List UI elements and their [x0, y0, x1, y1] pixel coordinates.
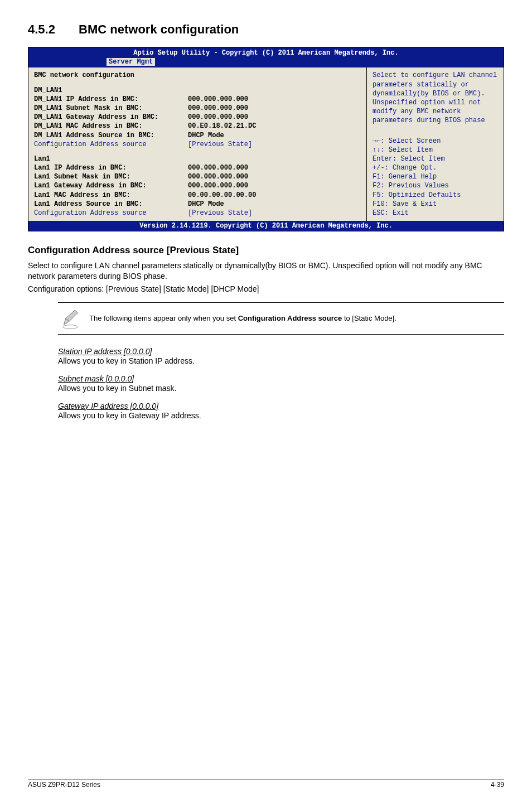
lan1-row-2-value: 000.000.000.000: [188, 181, 248, 190]
lan1-row-4-label: Lan1 Address Source in BMC:: [34, 200, 188, 209]
lan1-row-0-value: 000.000.000.000: [188, 163, 248, 172]
dm-lan1-row-4-value: DHCP Mode: [188, 131, 224, 140]
bios-tab-row: Server Mgmt: [28, 57, 504, 67]
section-heading: 4.5.2 BMC network configuration: [28, 22, 504, 37]
dm-lan1-row-0: DM_LAN1 IP Address in BMC:000.000.000.00…: [34, 95, 361, 104]
bios-body: BMC network configuration DM_LAN1 DM_LAN…: [28, 67, 504, 221]
dm-lan1-row-3: DM_LAN1 MAC Address in BMC:00.E0.18.02.2…: [34, 122, 361, 131]
dm-config-row[interactable]: Configuration Address source [Previous S…: [34, 140, 361, 149]
sub-item-body-1: Allows you to key in Subnet mask.: [58, 383, 504, 394]
dm-lan1-row-1-label: DM_LAN1 Subnet Mask in BMC:: [34, 104, 188, 113]
bios-header: Aptio Setup Utility - Copyright (C) 2011…: [28, 47, 504, 57]
dm-config-value: [Previous State]: [188, 140, 252, 149]
svg-marker-1: [64, 310, 78, 325]
bios-right-pane: Select to configure LAN channel paramete…: [367, 67, 504, 221]
note-text-post: to [Static Mode].: [342, 314, 396, 322]
config-address-desc: Select to configure LAN channel paramete…: [28, 260, 504, 282]
dm-lan1-row-2-value: 000.000.000.000: [188, 113, 248, 122]
lan1-row-1-value: 000.000.000.000: [188, 172, 248, 181]
bios-page-title: BMC network configuration: [34, 71, 361, 80]
note-block: The following items appear only when you…: [58, 302, 504, 335]
section-number: 4.5.2: [28, 22, 55, 37]
bios-key-hint-4: F1: General Help: [373, 172, 498, 181]
dm-lan1-row-4: DM_LAN1 Address Source in BMC:DHCP Mode: [34, 131, 361, 140]
dm-lan1-header: DM_LAN1: [34, 86, 361, 95]
lan1-row-4-value: DHCP Mode: [188, 200, 224, 209]
bios-left-pane: BMC network configuration DM_LAN1 DM_LAN…: [28, 67, 367, 221]
sub-item-body-0: Allows you to key in Station IP address.: [58, 356, 504, 366]
dm-lan1-row-1: DM_LAN1 Subnet Mask in BMC:000.000.000.0…: [34, 104, 361, 113]
note-text-pre: The following items appear only when you…: [89, 314, 238, 322]
lan1-row-1-label: Lan1 Subnet Mask in BMC:: [34, 172, 188, 181]
dm-lan1-row-2: DM_LAN1 Gateway Address in BMC:000.000.0…: [34, 113, 361, 122]
dm-lan1-row-1-value: 000.000.000.000: [188, 104, 248, 113]
bios-key-hint-1: ↑↓: Select Item: [373, 146, 498, 154]
lan-config-row[interactable]: Configuration Address source [Previous S…: [34, 209, 361, 218]
svg-point-0: [63, 325, 78, 329]
dm-config-label: Configuration Address source: [34, 140, 188, 149]
dm-lan1-row-2-label: DM_LAN1 Gateway Address in BMC:: [34, 113, 188, 122]
lan1-row-1: Lan1 Subnet Mask in BMC:000.000.000.000: [34, 172, 361, 181]
bios-screenshot: Aptio Setup Utility - Copyright (C) 2011…: [28, 47, 504, 231]
sub-item-head-2: Gateway IP address [0.0.0.0]: [58, 402, 158, 410]
bios-key-hint-5: F2: Previous Values: [373, 181, 498, 190]
bios-key-hint-7: F10: Save & Exit: [373, 200, 498, 209]
section-title: BMC network configuration: [79, 22, 239, 36]
lan1-row-3-value: 00.00.00.00.00.00: [188, 191, 256, 200]
note-text: The following items appear only when you…: [89, 313, 396, 323]
dm-lan1-row-3-value: 00.E0.18.02.21.DC: [188, 122, 256, 131]
bios-footer: Version 2.14.1219. Copyright (C) 2011 Am…: [28, 221, 504, 231]
lan1-row-2-label: Lan1 Gateway Address in BMC:: [34, 181, 188, 190]
lan1-row-0: Lan1 IP Address in BMC:000.000.000.000: [34, 163, 361, 172]
sub-item-head-1: Subnet mask [0.0.0.0]: [58, 374, 134, 383]
bios-key-hint-8: ESC: Exit: [373, 209, 498, 218]
bios-help-text: Select to configure LAN channel paramete…: [373, 71, 498, 125]
bios-key-hint-2: Enter: Select Item: [373, 154, 498, 163]
config-address-heading: Configuration Address source [Previous S…: [28, 245, 504, 256]
lan1-row-3-label: Lan1 MAC Address in BMC:: [34, 191, 188, 200]
lan1-header: Lan1: [34, 154, 361, 163]
lan1-row-4: Lan1 Address Source in BMC:DHCP Mode: [34, 200, 361, 209]
note-text-bold: Configuration Address source: [238, 314, 342, 322]
dm-lan1-row-4-label: DM_LAN1 Address Source in BMC:: [34, 131, 188, 140]
pencil-icon: [58, 306, 83, 331]
bios-tab-server-mgmt[interactable]: Server Mgmt: [107, 58, 155, 66]
config-address-options: Configuration options: [Previous State] …: [28, 284, 504, 294]
sub-item-head-0: Station IP address [0.0.0.0]: [58, 347, 152, 356]
lan1-row-3: Lan1 MAC Address in BMC:00.00.00.00.00.0…: [34, 191, 361, 200]
lan-config-value: [Previous State]: [188, 209, 252, 218]
dm-lan1-row-0-label: DM_LAN1 IP Address in BMC:: [34, 95, 188, 104]
bios-key-hint-3: +/-: Change Opt.: [373, 163, 498, 172]
bios-key-hint-0: →←: Select Screen: [373, 137, 498, 146]
dm-lan1-row-3-label: DM_LAN1 MAC Address in BMC:: [34, 122, 188, 131]
bios-key-hint-6: F5: Optimized Defaults: [373, 191, 498, 200]
sub-item-body-2: Allows you to key in Gateway IP address.: [58, 410, 504, 421]
dm-lan1-row-0-value: 000.000.000.000: [188, 95, 248, 104]
lan1-row-0-label: Lan1 IP Address in BMC:: [34, 163, 188, 172]
lan-config-label: Configuration Address source: [34, 209, 188, 218]
lan1-row-2: Lan1 Gateway Address in BMC:000.000.000.…: [34, 181, 361, 190]
